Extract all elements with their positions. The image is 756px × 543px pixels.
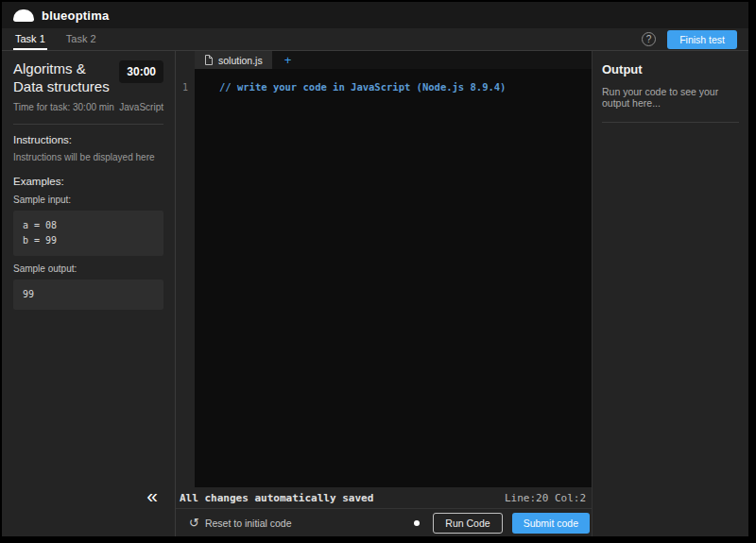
sample-input-box: a = 08 b = 99 — [13, 211, 163, 256]
task-meta-row: Time for task: 30:00 min JavaScript — [13, 102, 163, 112]
time-for-task: Time for task: 30:00 min — [13, 102, 114, 112]
output-heading: Output — [602, 62, 739, 76]
examples-heading: Examples: — [13, 176, 163, 187]
instructions-heading: Instructions: — [13, 134, 163, 145]
blueoptima-logo-icon — [13, 9, 34, 22]
editor-zone: 1 solution.js + // write your code in Ja… — [176, 51, 592, 487]
code-area[interactable]: // write your code in JavaScript (Node.j… — [195, 69, 592, 487]
reset-icon: ↺ — [189, 516, 199, 530]
output-placeholder: Run your code to see your output here... — [602, 86, 739, 123]
app-window: blueoptima Task 1 Task 2 ? Finish test A… — [2, 2, 748, 536]
sample-input-line-2: b = 99 — [23, 233, 154, 248]
reset-to-initial-code[interactable]: ↺ Reset to initial code — [189, 516, 292, 530]
finish-test-button[interactable]: Finish test — [667, 30, 737, 49]
tab-task-1[interactable]: Task 1 — [13, 28, 47, 50]
code-editor[interactable]: solution.js + // write your code in Java… — [195, 51, 592, 487]
submit-code-button[interactable]: Submit code — [512, 513, 590, 534]
tab-bar-spacer — [115, 28, 643, 50]
task-sidebar: Algoritms & Data structures 30:00 Time f… — [2, 51, 176, 536]
app-header: blueoptima — [2, 2, 748, 28]
reset-label: Reset to initial code — [205, 518, 292, 529]
editor-column: 1 solution.js + // write your code in Ja… — [176, 51, 592, 536]
file-icon — [204, 55, 213, 65]
sample-input-line-1: a = 08 — [23, 218, 154, 233]
file-tab-solution-js[interactable]: solution.js — [195, 51, 272, 69]
line-number-gutter: 1 — [176, 51, 195, 487]
timer-badge: 30:00 — [119, 60, 163, 83]
screenshot-frame: blueoptima Task 1 Task 2 ? Finish test A… — [0, 0, 756, 543]
language-label: JavaScript — [119, 102, 163, 112]
autosave-status: All changes automatically saved — [180, 492, 373, 504]
output-panel: Output Run your code to see your output … — [592, 51, 748, 536]
run-code-button[interactable]: Run Code — [433, 513, 502, 534]
add-file-tab-button[interactable]: + — [272, 51, 304, 69]
sample-output-box: 99 — [13, 280, 163, 310]
editor-action-bar: ↺ Reset to initial code Run Code Submit … — [176, 508, 592, 536]
tab-task-2[interactable]: Task 2 — [64, 28, 98, 50]
collapse-sidebar-icon[interactable]: « — [146, 485, 158, 505]
editor-status-bar: All changes automatically saved Line:20 … — [176, 487, 592, 508]
sidebar-divider — [13, 124, 163, 125]
main-area: Algoritms & Data structures 30:00 Time f… — [2, 51, 748, 536]
editor-tab-bar: solution.js + — [195, 51, 592, 69]
cursor-position: Line:20 Col:2 — [505, 492, 586, 504]
help-icon[interactable]: ? — [642, 32, 656, 46]
file-tab-label: solution.js — [218, 55, 263, 66]
sample-input-label: Sample input: — [13, 195, 163, 205]
task-tab-bar: Task 1 Task 2 ? Finish test — [2, 28, 748, 51]
task-title-row: Algoritms & Data structures 30:00 — [13, 60, 163, 96]
code-comment-line: // write your code in JavaScript (Node.j… — [195, 81, 592, 93]
instructions-text: Instructions will be displayed here — [13, 152, 163, 162]
status-dot-icon — [414, 520, 420, 526]
brand-name: blueoptima — [42, 8, 109, 23]
sample-output-label: Sample output: — [13, 263, 163, 274]
task-title: Algoritms & Data structures — [13, 60, 115, 96]
line-number: 1 — [176, 82, 195, 93]
